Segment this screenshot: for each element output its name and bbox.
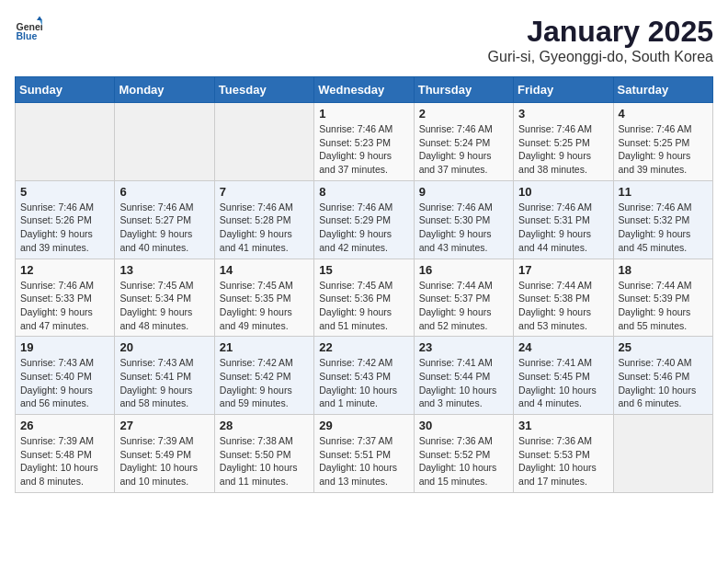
title-block: January 2025 Guri-si, Gyeonggi-do, South… (488, 15, 713, 65)
calendar-cell: 1Sunrise: 7:46 AMSunset: 5:23 PMDaylight… (314, 103, 414, 181)
calendar-cell: 17Sunrise: 7:44 AMSunset: 5:38 PMDayligh… (514, 259, 613, 337)
day-info: Sunrise: 7:46 AMSunset: 5:33 PMDaylight:… (20, 279, 109, 333)
calendar-cell: 16Sunrise: 7:44 AMSunset: 5:37 PMDayligh… (414, 259, 513, 337)
day-number: 12 (20, 263, 109, 277)
day-number: 7 (220, 185, 309, 199)
day-info: Sunrise: 7:46 AMSunset: 5:31 PMDaylight:… (518, 201, 608, 255)
day-number: 15 (319, 263, 408, 277)
day-number: 26 (20, 419, 109, 432)
day-info: Sunrise: 7:37 AMSunset: 5:51 PMDaylight:… (319, 434, 408, 488)
calendar-cell: 23Sunrise: 7:41 AMSunset: 5:44 PMDayligh… (414, 337, 513, 415)
day-info: Sunrise: 7:45 AMSunset: 5:36 PMDaylight:… (319, 279, 408, 333)
day-info: Sunrise: 7:43 AMSunset: 5:40 PMDaylight:… (20, 356, 109, 410)
calendar-cell: 20Sunrise: 7:43 AMSunset: 5:41 PMDayligh… (115, 337, 214, 415)
day-number: 11 (619, 185, 708, 199)
week-row-4: 19Sunrise: 7:43 AMSunset: 5:40 PMDayligh… (16, 337, 713, 415)
weekday-header-monday: Monday (115, 77, 214, 103)
day-info: Sunrise: 7:44 AMSunset: 5:37 PMDaylight:… (419, 279, 508, 333)
calendar-cell: 4Sunrise: 7:46 AMSunset: 5:25 PMDaylight… (613, 103, 712, 181)
day-number: 9 (419, 185, 508, 199)
calendar-table: SundayMondayTuesdayWednesdayThursdayFrid… (15, 76, 713, 493)
day-number: 25 (619, 340, 708, 354)
calendar-cell (613, 415, 712, 493)
day-info: Sunrise: 7:41 AMSunset: 5:44 PMDaylight:… (419, 356, 508, 410)
calendar-cell (115, 103, 214, 181)
day-number: 24 (518, 340, 608, 354)
day-info: Sunrise: 7:44 AMSunset: 5:38 PMDaylight:… (518, 279, 608, 333)
day-number: 23 (419, 340, 508, 354)
day-number: 28 (220, 419, 309, 432)
day-number: 4 (619, 107, 708, 121)
calendar-cell: 31Sunrise: 7:36 AMSunset: 5:53 PMDayligh… (514, 415, 613, 493)
weekday-header-sunday: Sunday (16, 77, 115, 103)
calendar-cell: 25Sunrise: 7:40 AMSunset: 5:46 PMDayligh… (613, 337, 712, 415)
day-info: Sunrise: 7:36 AMSunset: 5:52 PMDaylight:… (419, 434, 508, 488)
day-info: Sunrise: 7:46 AMSunset: 5:29 PMDaylight:… (319, 201, 408, 255)
page-header: General Blue January 2025 Guri-si, Gyeon… (15, 15, 713, 65)
weekday-header-saturday: Saturday (613, 77, 712, 103)
day-number: 1 (319, 107, 408, 121)
svg-text:Blue: Blue (17, 30, 38, 41)
calendar-cell: 14Sunrise: 7:45 AMSunset: 5:35 PMDayligh… (214, 259, 313, 337)
calendar-cell: 22Sunrise: 7:42 AMSunset: 5:43 PMDayligh… (314, 337, 414, 415)
week-row-5: 26Sunrise: 7:39 AMSunset: 5:48 PMDayligh… (16, 415, 713, 493)
calendar-cell: 11Sunrise: 7:46 AMSunset: 5:32 PMDayligh… (613, 180, 712, 259)
calendar-cell: 6Sunrise: 7:46 AMSunset: 5:27 PMDaylight… (115, 180, 214, 259)
day-number: 29 (319, 419, 408, 432)
calendar-cell: 5Sunrise: 7:46 AMSunset: 5:26 PMDaylight… (16, 180, 115, 259)
day-info: Sunrise: 7:38 AMSunset: 5:50 PMDaylight:… (220, 434, 309, 488)
page-subtitle: Guri-si, Gyeonggi-do, South Korea (488, 49, 713, 65)
weekday-header-row: SundayMondayTuesdayWednesdayThursdayFrid… (16, 77, 713, 103)
calendar-cell: 3Sunrise: 7:46 AMSunset: 5:25 PMDaylight… (514, 103, 613, 181)
weekday-header-tuesday: Tuesday (214, 77, 313, 103)
week-row-1: 1Sunrise: 7:46 AMSunset: 5:23 PMDaylight… (16, 103, 713, 181)
weekday-header-friday: Friday (514, 77, 613, 103)
calendar-cell (214, 103, 313, 181)
day-number: 30 (419, 419, 508, 432)
day-number: 19 (20, 340, 109, 354)
day-number: 27 (119, 419, 209, 432)
day-number: 5 (20, 185, 109, 199)
day-number: 3 (518, 107, 608, 121)
calendar-cell: 9Sunrise: 7:46 AMSunset: 5:30 PMDaylight… (414, 180, 513, 259)
calendar-cell (16, 103, 115, 181)
day-info: Sunrise: 7:46 AMSunset: 5:27 PMDaylight:… (119, 201, 209, 255)
week-row-2: 5Sunrise: 7:46 AMSunset: 5:26 PMDaylight… (16, 180, 713, 259)
day-info: Sunrise: 7:45 AMSunset: 5:35 PMDaylight:… (220, 279, 309, 333)
svg-marker-2 (37, 17, 42, 21)
day-number: 31 (518, 419, 608, 432)
day-number: 18 (619, 263, 708, 277)
day-info: Sunrise: 7:42 AMSunset: 5:42 PMDaylight:… (220, 356, 309, 410)
day-number: 2 (419, 107, 508, 121)
calendar-cell: 24Sunrise: 7:41 AMSunset: 5:45 PMDayligh… (514, 337, 613, 415)
calendar-cell: 30Sunrise: 7:36 AMSunset: 5:52 PMDayligh… (414, 415, 513, 493)
day-info: Sunrise: 7:36 AMSunset: 5:53 PMDaylight:… (518, 434, 608, 488)
weekday-header-wednesday: Wednesday (314, 77, 414, 103)
calendar-cell: 10Sunrise: 7:46 AMSunset: 5:31 PMDayligh… (514, 180, 613, 259)
day-number: 14 (220, 263, 309, 277)
day-number: 21 (220, 340, 309, 354)
day-info: Sunrise: 7:39 AMSunset: 5:49 PMDaylight:… (119, 434, 209, 488)
calendar-cell: 21Sunrise: 7:42 AMSunset: 5:42 PMDayligh… (214, 337, 313, 415)
calendar-cell: 27Sunrise: 7:39 AMSunset: 5:49 PMDayligh… (115, 415, 214, 493)
day-info: Sunrise: 7:46 AMSunset: 5:23 PMDaylight:… (319, 122, 408, 177)
day-info: Sunrise: 7:45 AMSunset: 5:34 PMDaylight:… (119, 279, 209, 333)
day-number: 17 (518, 263, 608, 277)
logo-icon: General Blue (15, 15, 42, 42)
day-info: Sunrise: 7:46 AMSunset: 5:25 PMDaylight:… (619, 122, 708, 177)
day-info: Sunrise: 7:40 AMSunset: 5:46 PMDaylight:… (619, 356, 708, 410)
day-number: 6 (119, 185, 209, 199)
day-number: 16 (419, 263, 508, 277)
day-info: Sunrise: 7:43 AMSunset: 5:41 PMDaylight:… (119, 356, 209, 410)
calendar-cell: 28Sunrise: 7:38 AMSunset: 5:50 PMDayligh… (214, 415, 313, 493)
day-info: Sunrise: 7:41 AMSunset: 5:45 PMDaylight:… (518, 356, 608, 410)
day-info: Sunrise: 7:46 AMSunset: 5:28 PMDaylight:… (220, 201, 309, 255)
calendar-cell: 12Sunrise: 7:46 AMSunset: 5:33 PMDayligh… (16, 259, 115, 337)
calendar-cell: 26Sunrise: 7:39 AMSunset: 5:48 PMDayligh… (16, 415, 115, 493)
day-info: Sunrise: 7:46 AMSunset: 5:26 PMDaylight:… (20, 201, 109, 255)
calendar-cell: 15Sunrise: 7:45 AMSunset: 5:36 PMDayligh… (314, 259, 414, 337)
day-info: Sunrise: 7:42 AMSunset: 5:43 PMDaylight:… (319, 356, 408, 410)
calendar-cell: 8Sunrise: 7:46 AMSunset: 5:29 PMDaylight… (314, 180, 414, 259)
day-info: Sunrise: 7:46 AMSunset: 5:25 PMDaylight:… (518, 122, 608, 177)
calendar-cell: 19Sunrise: 7:43 AMSunset: 5:40 PMDayligh… (16, 337, 115, 415)
